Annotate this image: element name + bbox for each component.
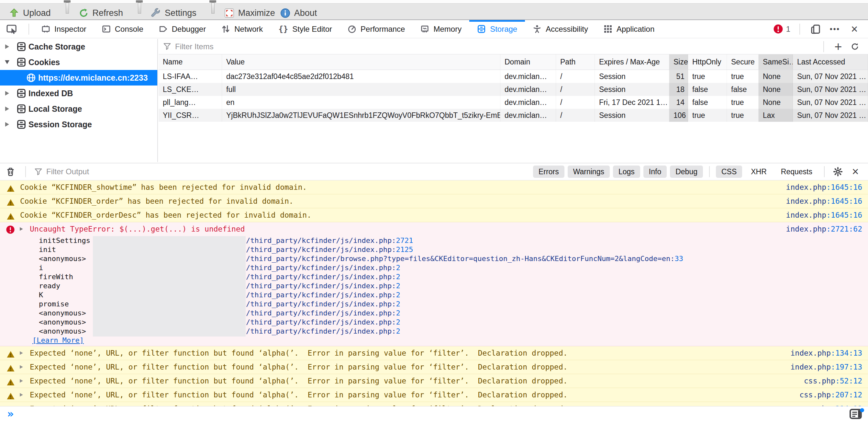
responsive-design-button[interactable] xyxy=(807,22,824,36)
expand-arrow-icon[interactable] xyxy=(20,365,23,369)
cell: Sun, 07 Nov 2021 … xyxy=(793,96,868,109)
column-header-name[interactable]: Name xyxy=(159,54,222,69)
expand-arrow-icon[interactable] xyxy=(20,351,23,355)
cookie-row[interactable]: LS-IFAA…dac273e312af04e4c85ae2d2f012b481… xyxy=(159,70,868,83)
chevron-right-icon[interactable] xyxy=(0,107,14,111)
console-input-row[interactable]: » xyxy=(0,406,868,434)
tab-debugger[interactable]: Debugger xyxy=(151,20,214,38)
stack-frame-link[interactable]: /third_party/kcfinder/js/index.php:2 xyxy=(246,263,400,272)
column-header-path[interactable]: Path xyxy=(556,54,595,69)
filter-requests-button[interactable]: Requests xyxy=(775,166,818,178)
stack-frame-link[interactable]: /third_party/kcfinder/js/index.php:2 xyxy=(246,318,400,327)
stack-frame-link[interactable]: /third_party/kcfinder/js/index.php:2 xyxy=(246,309,400,318)
toolbar-handle[interactable] xyxy=(209,0,217,15)
tab-inspector[interactable]: Inspector xyxy=(34,20,94,38)
stack-frame-link[interactable]: /third_party/kcfinder/js/index.php:2 xyxy=(246,291,400,299)
source-link[interactable]: css.php:52:12 xyxy=(804,374,862,388)
stack-frame-link[interactable]: /third_party/kcfinder/js/index.php:2 xyxy=(246,327,400,336)
sidebar-item-local-storage[interactable]: Local Storage xyxy=(0,101,157,117)
page-tool-about[interactable]: About xyxy=(280,8,317,18)
cookie-row[interactable]: pll_lang…endev.miclan…/Fri, 17 Dec 2021 … xyxy=(159,96,868,109)
sidebar-item-indexed-db[interactable]: Indexed DB xyxy=(0,86,157,101)
column-header-value[interactable]: Value xyxy=(222,54,500,69)
filter-xhr-button[interactable]: XHR xyxy=(745,166,772,178)
column-header-httponly[interactable]: HttpOnly xyxy=(688,54,727,69)
source-link[interactable]: index.php:2721:62 xyxy=(786,222,862,236)
element-picker-button[interactable] xyxy=(0,20,24,38)
toolbar-handle[interactable] xyxy=(135,0,144,15)
tab-performance[interactable]: Performance xyxy=(340,20,413,38)
learn-more-link[interactable]: [Learn More] xyxy=(32,336,84,344)
column-header-last-accessed[interactable]: Last Accessed xyxy=(793,54,868,69)
stack-frame-link[interactable]: /third_party/kcfinder/js/index.php:2 xyxy=(246,282,400,291)
filter-warnings-button[interactable]: Warnings xyxy=(568,166,610,178)
cookie-row[interactable]: LS_CKE…fulldev.miclan…/Session18falsefal… xyxy=(159,83,868,96)
tab-application[interactable]: Application xyxy=(596,20,662,38)
stack-frame-link[interactable]: /third_party/kcfinder/js/index.php:2125 xyxy=(246,245,413,254)
close-console-button[interactable]: × xyxy=(847,165,864,178)
column-header-size[interactable]: Size xyxy=(669,54,688,69)
tab-network[interactable]: Network xyxy=(214,20,271,38)
devtools-tabs: InspectorConsoleDebuggerNetwork{}Style E… xyxy=(34,20,662,38)
cell: Sun, 07 Nov 2021 … xyxy=(793,70,868,83)
expand-arrow-icon[interactable] xyxy=(20,227,23,231)
filter-errors-button[interactable]: Errors xyxy=(533,166,564,178)
source-link[interactable]: index.php:134:13 xyxy=(790,346,862,360)
tab-style-editor[interactable]: {}Style Editor xyxy=(271,20,340,38)
split-console-toggle-icon[interactable] xyxy=(849,408,864,419)
sidebar-item-cache-storage[interactable]: Cache Storage xyxy=(0,39,157,54)
devtools-menu-button[interactable]: ••• xyxy=(827,22,843,36)
page-tool-settings[interactable]: Settings xyxy=(151,8,196,18)
page-tool-upload[interactable]: Upload xyxy=(9,8,51,18)
page-refresh-icon xyxy=(79,8,89,18)
chevron-right-icon[interactable] xyxy=(0,91,14,95)
clear-console-button[interactable] xyxy=(0,167,21,176)
page-tool-refresh[interactable]: Refresh xyxy=(79,8,123,18)
source-link[interactable]: index.php:197:13 xyxy=(790,360,862,374)
page-tool-maximize[interactable]: Maximize xyxy=(224,8,275,18)
filter-logs-button[interactable]: Logs xyxy=(613,166,640,178)
chevron-down-icon[interactable] xyxy=(0,60,14,64)
console-settings-button[interactable] xyxy=(829,165,847,178)
refresh-items-button[interactable] xyxy=(848,40,865,53)
chevron-right-icon[interactable] xyxy=(0,122,14,127)
source-link[interactable]: index.php:1645:16 xyxy=(786,194,862,208)
filter-info-button[interactable]: Info xyxy=(643,166,667,178)
filter-css-button[interactable]: CSS xyxy=(716,166,742,178)
expand-arrow-icon[interactable] xyxy=(20,379,23,382)
tab-console[interactable]: Console xyxy=(94,20,151,38)
tab-accessibility[interactable]: Accessibility xyxy=(525,20,596,38)
source-link[interactable]: index.php:1645:16 xyxy=(786,180,862,194)
expand-arrow-icon[interactable] xyxy=(20,393,23,397)
filter-debug-button[interactable]: Debug xyxy=(670,166,703,178)
sidebar-item-session-storage[interactable]: Session Storage xyxy=(0,117,157,132)
tab-label: Application xyxy=(617,25,654,34)
maximize-icon xyxy=(224,8,234,18)
chevron-right-icon[interactable] xyxy=(0,45,14,49)
sidebar-item-cookies[interactable]: Cookies xyxy=(0,54,157,70)
add-item-button[interactable]: + xyxy=(830,40,847,53)
column-header-domain[interactable]: Domain xyxy=(500,54,556,69)
column-header-secure[interactable]: Secure xyxy=(727,54,758,69)
cookie-row[interactable]: YII_CSR…YjBkRUhJSlZJa0w2TlJEVUFaQW1ESnhr… xyxy=(159,109,868,122)
stack-frame-link[interactable]: /third_party/kcfinder/js/index.php:2 xyxy=(246,272,400,282)
tab-storage[interactable]: Storage xyxy=(469,20,525,38)
stack-frame-link[interactable]: /third_party/kcfinder/browse.php?type=fi… xyxy=(246,254,683,263)
filter-items-input[interactable] xyxy=(175,42,819,52)
divider xyxy=(799,24,800,35)
source-link[interactable]: index.php:1645:16 xyxy=(786,208,862,222)
sidebar-item-https-dev-miclance-cn-2233[interactable]: https://dev.miclance.cn:2233 xyxy=(0,70,157,86)
cell: Session xyxy=(595,109,669,122)
filter-output-input[interactable] xyxy=(45,167,531,176)
source-link[interactable]: css.php:207:12 xyxy=(799,388,862,402)
stack-frame-link[interactable]: /third_party/kcfinder/js/index.php:2 xyxy=(246,299,400,309)
column-header-expires-max-age[interactable]: Expires / Max-Age xyxy=(595,54,669,69)
source-link[interactable]: css.php:214:12 xyxy=(799,402,862,406)
column-header-samesi-[interactable]: SameSi… xyxy=(758,54,793,69)
tab-memory[interactable]: Memory xyxy=(413,20,469,38)
stack-frame-path: /third_party/kcfinder/browse.php?type=fi… xyxy=(246,255,675,263)
close-devtools-button[interactable]: × xyxy=(846,22,863,36)
error-count-badge[interactable]: 1 xyxy=(773,24,790,34)
toolbar-handle[interactable] xyxy=(63,0,71,15)
stack-frame-link[interactable]: /third_party/kcfinder/js/index.php:2721 xyxy=(246,236,413,245)
